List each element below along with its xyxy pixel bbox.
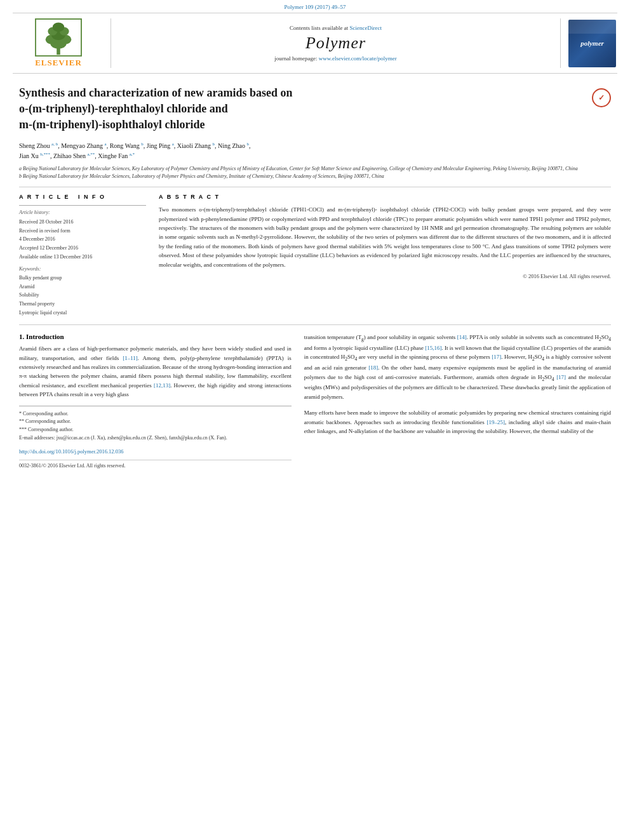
- authors-line: Sheng Zhou a, b, Mengyao Zhang a, Rong W…: [19, 141, 611, 162]
- intro-heading: 1. Introduction: [19, 333, 292, 340]
- footnote-star3: *** Corresponding author.: [19, 426, 292, 434]
- journal-title: Polymer: [305, 34, 366, 53]
- intro-heading-text: 1. Introduction: [19, 333, 64, 340]
- footer-bar: 0032-3861/© 2016 Elsevier Ltd. All right…: [19, 460, 292, 469]
- elsevier-logo: ELSEVIER: [33, 18, 84, 68]
- affiliation-b: b Beijing National Laboratory for Molecu…: [19, 173, 611, 180]
- intro-left-text: Aramid fibers are a class of high-perfor…: [19, 344, 292, 399]
- crossmark-icon[interactable]: ✓: [592, 88, 611, 107]
- abstract-text: Two monomers o-(m-triphenyl)-terephthalo…: [159, 205, 611, 269]
- footnote-email: E-mail addresses: jxu@iccas.ac.cn (J. Xu…: [19, 434, 292, 443]
- article-history: Article history: Received 28 October 201…: [19, 205, 146, 261]
- accepted-date: Accepted 12 December 2016: [19, 244, 146, 253]
- keyword-3: Solubility: [19, 291, 146, 300]
- polymer-badge: polymer: [568, 20, 616, 67]
- body-left-col: 1. Introduction Aramid fibers are a clas…: [19, 333, 292, 469]
- journal-header: ELSEVIER Contents lists available at Sci…: [13, 13, 617, 74]
- journal-reference: Polymer 109 (2017) 49–57: [0, 0, 630, 13]
- body-content: 1. Introduction Aramid fibers are a clas…: [19, 333, 611, 469]
- title-line3: m-(m-triphenyl)-isophthaloyl chloride: [19, 118, 205, 131]
- received-revised-label: Received in revised form: [19, 227, 146, 236]
- elsevier-text: ELSEVIER: [35, 58, 82, 68]
- section-divider: [19, 324, 611, 325]
- dates: Received 28 October 2016 Received in rev…: [19, 218, 146, 261]
- copyright-text: © 2016 Elsevier Ltd. All rights reserved…: [159, 273, 611, 279]
- homepage-line: journal homepage: www.elsevier.com/locat…: [274, 55, 396, 62]
- doi-link[interactable]: http://dx.doi.org/10.1016/j.polymer.2016…: [19, 448, 123, 455]
- keywords-label: Keywords:: [19, 266, 146, 272]
- footer-issn: 0032-3861/© 2016 Elsevier Ltd. All right…: [19, 463, 125, 469]
- homepage-url[interactable]: www.elsevier.com/locate/polymer: [319, 55, 397, 62]
- footnote-star2: ** Corresponding author.: [19, 418, 292, 426]
- paper-title-section: Synthesis and characterization of new ar…: [19, 85, 611, 133]
- history-label: Article history:: [19, 210, 146, 215]
- affiliation-a: a Beijing National Laboratory for Molecu…: [19, 165, 611, 173]
- svg-point-7: [53, 22, 64, 32]
- keyword-2: Aramid: [19, 283, 146, 291]
- received-date: Received 28 October 2016: [19, 218, 146, 227]
- paper-title: Synthesis and characterization of new ar…: [19, 85, 611, 133]
- intro-right-text1: transition temperature (Tg) and poor sol…: [304, 333, 611, 401]
- article-info-abstract-section: A R T I C L E I N F O Article history: R…: [19, 187, 611, 317]
- online-date: Available online 13 December 2016: [19, 253, 146, 262]
- revised-date: 4 December 2016: [19, 235, 146, 244]
- keywords-section: Keywords: Bulky pendant group Aramid Sol…: [19, 266, 146, 317]
- keyword-1: Bulky pendant group: [19, 274, 146, 283]
- affiliations: a Beijing National Laboratory for Molecu…: [19, 165, 611, 180]
- contents-text: Contents lists available at: [290, 25, 348, 31]
- abstract-header: A B S T R A C T: [159, 194, 611, 200]
- main-content: Synthesis and characterization of new ar…: [0, 85, 630, 469]
- body-right-col: transition temperature (Tg) and poor sol…: [304, 333, 611, 469]
- title-line1: Synthesis and characterization of new ar…: [19, 86, 293, 99]
- title-line2: o-(m-triphenyl)-terephthaloyl chloride a…: [19, 102, 228, 115]
- elsevier-tree-icon: [33, 18, 84, 57]
- journal-ref-text: Polymer 109 (2017) 49–57: [284, 4, 345, 10]
- footnote-section: * Corresponding author. ** Corresponding…: [19, 406, 292, 443]
- sciencedirect-link[interactable]: ScienceDirect: [350, 25, 382, 31]
- polymer-badge-section: polymer: [560, 18, 617, 68]
- article-info-col: A R T I C L E I N F O Article history: R…: [19, 194, 146, 317]
- homepage-text: journal homepage:: [274, 55, 317, 62]
- contents-available: Contents lists available at ScienceDirec…: [290, 25, 382, 31]
- abstract-col: A B S T R A C T Two monomers o-(m-triphe…: [159, 194, 611, 317]
- intro-right-text2: Many efforts have been made to improve t…: [304, 408, 611, 436]
- journal-center-info: Contents lists available at ScienceDirec…: [111, 18, 560, 68]
- article-info-header: A R T I C L E I N F O: [19, 194, 146, 200]
- keyword-5: Lyotropic liquid crystal: [19, 309, 146, 317]
- keyword-4: Thermal property: [19, 300, 146, 309]
- footnote-star1: * Corresponding author.: [19, 410, 292, 418]
- elsevier-logo-section: ELSEVIER: [13, 18, 111, 68]
